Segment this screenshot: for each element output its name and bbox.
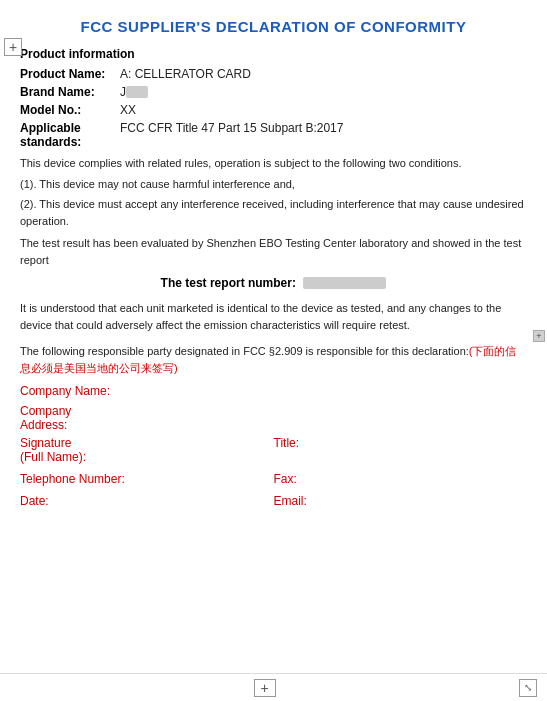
test-report-line: The test report number: bbox=[20, 276, 527, 290]
company-address-row: CompanyAddress: bbox=[20, 404, 527, 432]
telephone-fax-row: Telephone Number: Fax: bbox=[20, 472, 527, 486]
middle-text: It is understood that each unit marketed… bbox=[20, 300, 527, 333]
expand-icon: ⤡ bbox=[524, 682, 532, 693]
applicable-standards-row: Applicablestandards: FCC CFR Title 47 Pa… bbox=[20, 121, 527, 149]
product-name-row: Product Name: A: CELLERATOR CARD bbox=[20, 67, 527, 81]
responsible-party-text: The following responsible party designat… bbox=[20, 343, 527, 376]
company-name-label: Company Name: bbox=[20, 384, 110, 398]
compliance-text: This device complies with related rules,… bbox=[20, 155, 527, 172]
telephone-label: Telephone Number: bbox=[20, 472, 125, 486]
expand-button[interactable]: ⤡ bbox=[519, 679, 537, 697]
add-button-top[interactable]: + bbox=[4, 38, 22, 56]
test-report-number bbox=[303, 277, 386, 289]
company-name-row: Company Name: bbox=[20, 384, 527, 398]
applicable-standards-label: Applicablestandards: bbox=[20, 121, 120, 149]
add-button-bottom[interactable]: + bbox=[254, 679, 276, 697]
condition1-text: (1). This device may not cause harmful i… bbox=[20, 176, 527, 193]
applicable-standards-value: FCC CFR Title 47 Part 15 Subpart B:2017 bbox=[120, 121, 343, 135]
scrollbar-area[interactable]: + bbox=[533, 330, 547, 342]
condition2-text: (2). This device must accept any interfe… bbox=[20, 196, 527, 229]
brand-name-label: Brand Name: bbox=[20, 85, 120, 99]
test-result-text: The test result has been evaluated by Sh… bbox=[20, 235, 527, 268]
date-label: Date: bbox=[20, 494, 49, 508]
model-no-label: Model No.: bbox=[20, 103, 120, 117]
model-no-value: XX bbox=[120, 103, 136, 117]
form-section: Company Name: CompanyAddress: Signature(… bbox=[20, 384, 527, 508]
title-label: Title: bbox=[274, 436, 300, 450]
date-email-row: Date: Email: bbox=[20, 494, 527, 508]
email-label: Email: bbox=[274, 494, 307, 508]
page-title: FCC SUPPLIER'S DECLARATION OF CONFORMITY bbox=[20, 10, 527, 35]
bottom-toolbar: + ⤡ bbox=[0, 673, 547, 701]
brand-name-value: J bbox=[120, 85, 148, 99]
fax-label: Fax: bbox=[274, 472, 297, 486]
product-name-label: Product Name: bbox=[20, 67, 120, 81]
brand-name-row: Brand Name: J bbox=[20, 85, 527, 99]
company-address-label: CompanyAddress: bbox=[20, 404, 71, 432]
signature-title-row: Signature(Full Name): Title: bbox=[20, 436, 527, 464]
model-no-row: Model No.: XX bbox=[20, 103, 527, 117]
product-info-heading: Product information bbox=[20, 47, 527, 61]
signature-label: Signature(Full Name): bbox=[20, 436, 86, 464]
test-report-label: The test report number: bbox=[161, 276, 296, 290]
product-name-value: A: CELLERATOR CARD bbox=[120, 67, 251, 81]
scroll-down-btn[interactable]: + bbox=[533, 330, 545, 342]
